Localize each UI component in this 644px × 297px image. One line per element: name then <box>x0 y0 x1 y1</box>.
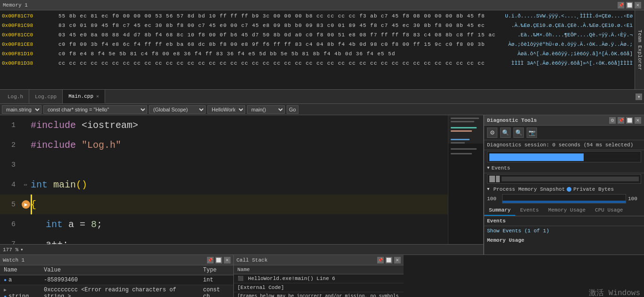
go-button[interactable]: Go <box>287 105 298 114</box>
watch-value-0: -858993460 <box>40 275 199 285</box>
watch-expand-1[interactable]: ▶ <box>4 288 7 293</box>
zoom-dropdown-icon[interactable]: ▾ <box>20 246 24 253</box>
diag-show-events[interactable]: Show Events (1 of 1) <box>484 226 644 236</box>
callstack-header-row: Name <box>234 265 404 274</box>
diag-events-header[interactable]: ▼ Events <box>484 163 644 173</box>
diag-pin-btn[interactable]: 📌 <box>618 117 624 124</box>
watch-col-type: Type <box>199 265 233 275</box>
process-memory-label: Process Memory Snapshot <box>493 187 565 192</box>
memory-row-5: 0x00F81D38 cc cc cc cc cc cc cc cc cc cc… <box>2 59 633 68</box>
watch-float-btn[interactable]: ⬜ <box>215 257 222 263</box>
callstack-title: Call Stack <box>237 257 377 263</box>
watch-icon-0: ● <box>4 278 7 283</box>
memory-title-bar: Memory 1 📌 ⬜ ✕ <box>0 0 644 10</box>
type-dropdown[interactable]: const char* string = "Hello" <box>43 105 147 114</box>
code-line-4: 4 ▭ int main() <box>0 175 483 195</box>
memory-hex-panel: 0x00F81C70 55 8b ec 81 ec f0 00 00 00 53… <box>0 10 644 90</box>
gutter-5: ▶ <box>21 199 31 210</box>
diag-float-btn[interactable]: ⬜ <box>626 117 633 124</box>
tab-logh[interactable]: Log.h <box>2 90 29 103</box>
diag-tab-cpu-usage[interactable]: CPU Usage <box>590 205 627 216</box>
memory-row-0: 0x00F81C70 55 8b ec 81 ec f0 00 00 00 53… <box>2 11 633 21</box>
code-line-2: 2 #include "Log.h" <box>0 135 483 155</box>
callstack-pin-btn[interactable]: 📌 <box>377 257 384 263</box>
memory-bytes-2: 03 45 e0 8a 08 88 4d d7 8b f4 68 8c 10 f… <box>58 30 514 40</box>
code-text-4: int main() <box>31 179 87 190</box>
editor-toolbar: main.string const char* string = "Hello"… <box>0 104 644 115</box>
code-editor[interactable]: 1 #include <iostream> 2 #include "Log.h"… <box>0 115 484 255</box>
diag-title: Diagnostic Tools <box>487 118 609 123</box>
watch-close-btn[interactable]: ✕ <box>224 257 231 263</box>
callstack-close-btn[interactable]: ✕ <box>394 257 401 263</box>
memory-pin-btn[interactable]: 📌 <box>618 2 624 8</box>
line-num-4: 4 <box>0 181 21 189</box>
diag-session-text: Diagnostics session: 0 seconds (54 ms se… <box>484 140 644 150</box>
callstack-row-2: [Frames below may be incorrect and/or mi… <box>234 292 404 297</box>
callstack-panel: Call Stack 📌 ⬜ ✕ Name ⬛ HelloWorld.exe!m… <box>234 255 404 297</box>
events-pause-icon <box>489 176 495 182</box>
memory-ascii-3: Àø.;ôèlôÿÿëºhÜ‹ø.è.öÿÿ.Ä.‹ôK..Àø.ÿ..Àø.; <box>504 40 633 49</box>
diag-tab-memory-usage[interactable]: Memory Usage <box>544 205 590 216</box>
watch-name-0: ●a <box>0 275 40 285</box>
watch-pin-btn[interactable]: 📌 <box>207 257 214 263</box>
memory-bytes-3: c0 f8 00 3b f4 e8 6c f4 ff ff eb ba 68 d… <box>58 40 504 49</box>
code-line-1: 1 #include <iostream> <box>0 115 483 135</box>
diag-tab-summary[interactable]: Summary <box>484 205 515 216</box>
line-num-2: 2 <box>0 141 21 149</box>
team-explorer-tab[interactable]: Team Explorer <box>635 10 644 89</box>
diag-zoom-in-btn[interactable]: 🔍 <box>500 127 511 138</box>
watch-controls[interactable]: 📌 ⬜ ✕ <box>207 257 231 263</box>
memory-graph-min: 100 <box>487 196 500 202</box>
current-line-arrow: ▶ <box>21 199 31 210</box>
minimap-svg <box>448 115 483 244</box>
diag-zoom-out-btn[interactable]: 🔍 <box>513 127 524 138</box>
diag-window-controls[interactable]: ⚙ 📌 ⬜ ✕ <box>609 117 641 124</box>
zoom-value: 177 % <box>3 247 18 253</box>
memory-title: Memory 1 <box>3 2 618 8</box>
scope-dropdown[interactable]: (Global Scope) <box>149 105 206 114</box>
diag-tabs-bar: Summary Events Memory Usage CPU Usage <box>484 205 644 216</box>
diagnostic-panel: Diagnostic Tools ⚙ 📌 ⬜ ✕ ⚙ 🔍 🔍 📷 Diagnos… <box>484 115 644 255</box>
callstack-table: Name ⬛ HelloWorld.exe!main() Line 6 [Ext… <box>234 265 404 297</box>
diag-camera-btn[interactable]: 📷 <box>527 127 537 138</box>
watch-icon-1: ● <box>4 294 7 297</box>
memory-hex-content: 0x00F81C70 55 8b ec 81 ec f0 00 00 00 53… <box>0 10 635 89</box>
tab-maincpp[interactable]: Main.cpp ✕ <box>63 90 105 103</box>
memory-graph-max: 100 <box>628 196 641 202</box>
memory-addr-5: 0x00F81D38 <box>2 59 58 68</box>
memory-bytes-4: c0 f8 e4 8 f4 5e 5b 81 c4 f8 00 e8 36 f4… <box>58 49 514 59</box>
main-content-area: 1 #include <iostream> 2 #include "Log.h"… <box>0 115 644 255</box>
callstack-float-btn[interactable]: ⬜ <box>386 257 392 263</box>
diag-settings-icon-btn[interactable]: ⚙ <box>487 127 497 138</box>
activate-windows-text: 激活 Windows 转到"设置"以激活 Windows。 <box>568 288 640 297</box>
process-memory-header[interactable]: ▼ Process Memory Snapshot Private Bytes <box>484 185 644 194</box>
callstack-controls[interactable]: 📌 ⬜ ✕ <box>377 257 401 263</box>
expand-icon-4[interactable]: ▭ <box>24 182 27 187</box>
line-num-5: 5 <box>0 201 21 209</box>
callstack-row-1: [External Code] <box>234 283 404 292</box>
watch-row-0: ●a -858993460 int <box>0 275 233 285</box>
project-dropdown[interactable]: HelloWorld <box>207 105 245 114</box>
memory-float-btn[interactable]: ⬜ <box>626 2 633 8</box>
events-bar-fill <box>502 177 639 181</box>
func-dropdown[interactable]: main() <box>247 105 285 114</box>
file-dropdown[interactable]: main.string <box>2 105 41 114</box>
diag-title-bar: Diagnostic Tools ⚙ 📌 ⬜ ✕ <box>484 115 644 126</box>
memory-ascii-0: U.i.ð.....SVW.ÿÿÿ.<....¸ÌÌÌÌ.ó«ÇEø....‹E… <box>501 11 633 21</box>
memory-row-3: 0x00F81CE8 c0 f8 00 3b f4 e8 6c f4 ff ff… <box>2 40 633 49</box>
diag-close-btn[interactable]: ✕ <box>635 117 641 124</box>
tab-logcpp[interactable]: Log.cpp <box>29 90 63 103</box>
editor-tabs-controls: ▾ <box>636 90 644 103</box>
code-minimap <box>448 115 483 244</box>
watch-col-value: Value <box>40 265 199 275</box>
watch-panel: Watch 1 📌 ⬜ ✕ Name Value Type ●a <box>0 255 234 297</box>
diag-settings-btn[interactable]: ⚙ <box>609 117 616 124</box>
memory-close-btn[interactable]: ✕ <box>635 2 641 8</box>
memory-window-controls[interactable]: 📌 ⬜ ✕ <box>618 2 641 8</box>
memory-bytes-5: cc cc cc cc cc cc cc cc cc cc cc cc cc c… <box>58 59 508 68</box>
editor-tab-dropdown-btn[interactable]: ▾ <box>636 93 642 100</box>
diag-tab-events[interactable]: Events <box>515 205 544 216</box>
tab-maincpp-close[interactable]: ✕ <box>96 93 99 99</box>
code-line-3: 3 <box>0 155 483 175</box>
memory-addr-2: 0x00F81CC0 <box>2 30 58 40</box>
